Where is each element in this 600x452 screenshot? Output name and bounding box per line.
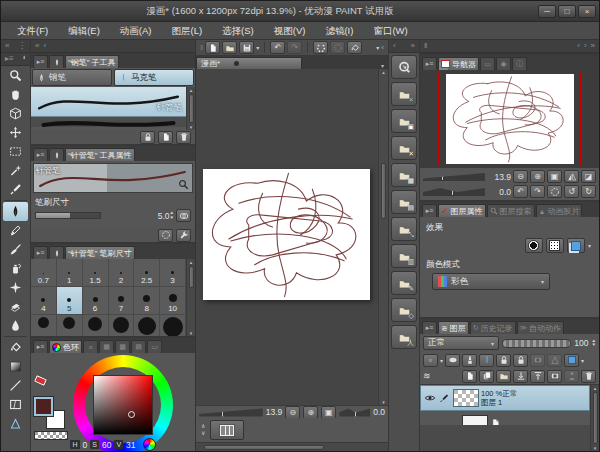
lock-layer-icon[interactable]: [496, 354, 511, 367]
size-cell[interactable]: 0.7: [31, 259, 57, 287]
maximize-button[interactable]: □: [558, 5, 576, 18]
material-3d-button[interactable]: ◇: [391, 298, 417, 322]
sv-cursor[interactable]: [128, 411, 135, 418]
prev-page-icon[interactable]: ∧: [201, 423, 205, 430]
material-color-button[interactable]: ✕: [391, 82, 417, 106]
expand-icon[interactable]: »: [591, 40, 595, 52]
menu-file[interactable]: 文件(F): [7, 22, 58, 39]
wrench-icon[interactable]: [176, 229, 191, 242]
material-transform-button[interactable]: ⤡: [391, 217, 417, 241]
subtool-group-pen[interactable]: 钢笔: [32, 69, 112, 86]
prev-icon[interactable]: ‹: [381, 43, 384, 52]
tool-decoration[interactable]: [1, 278, 30, 297]
size-cell[interactable]: 1.5: [83, 259, 109, 287]
reset-icon[interactable]: [158, 229, 173, 242]
prev-icon[interactable]: ‹: [577, 40, 580, 52]
lock-icon[interactable]: [140, 131, 155, 144]
brush-size-source-icon[interactable]: [176, 209, 191, 222]
save-dropdown-icon[interactable]: ▾: [256, 44, 259, 51]
tool-gradient[interactable]: [1, 357, 30, 376]
size-cell[interactable]: [109, 315, 135, 336]
merge-down-icon[interactable]: [530, 370, 545, 383]
chevron-down-icon[interactable]: ▾: [440, 357, 443, 364]
material-image-button[interactable]: ▣: [391, 109, 417, 133]
brush-size-scrollbar[interactable]: ▴▾: [186, 259, 195, 336]
clip-below-icon[interactable]: [445, 354, 460, 367]
canvas-viewport[interactable]: ▴▾: [196, 69, 388, 405]
history-tab[interactable]: ↻历史记录: [470, 321, 516, 334]
collapse-icon[interactable]: «: [35, 40, 39, 52]
subtool-group-marker[interactable]: 马克笔: [114, 69, 194, 86]
auto-action-tab[interactable]: ≫自动动作: [517, 321, 564, 334]
brush-size-slider[interactable]: [35, 212, 101, 219]
hue-cursor[interactable]: [34, 375, 47, 386]
tool-zoom[interactable]: [1, 66, 30, 85]
navigator-rotate-slider[interactable]: [423, 187, 485, 196]
flip-reset-icon[interactable]: ◪: [581, 170, 596, 183]
material-pose-button[interactable]: 人: [391, 325, 417, 349]
tool-eyedropper[interactable]: [1, 180, 30, 199]
canvas-rotate-slider[interactable]: [339, 408, 370, 417]
enable-mask-icon[interactable]: [530, 354, 545, 367]
quick-zoom-button[interactable]: [391, 55, 417, 79]
size-cell[interactable]: [83, 315, 109, 336]
close-button[interactable]: ×: [578, 5, 596, 18]
tool-property-tab[interactable]: “针管笔” 工具属性: [65, 148, 135, 161]
size-cell[interactable]: [31, 315, 57, 336]
layer-mask-icon[interactable]: [547, 370, 562, 383]
tool-blend[interactable]: [1, 316, 30, 335]
info-tab-icon[interactable]: ⓘ: [512, 57, 527, 70]
layer-row-paper[interactable]: [420, 411, 590, 425]
tool-frame[interactable]: [1, 395, 30, 414]
menu-filter[interactable]: 滤镜(I): [315, 22, 363, 39]
zoom-out-icon[interactable]: ⊖: [513, 170, 528, 183]
material-picture-button[interactable]: ▥: [391, 244, 417, 268]
color-wheel-toggle-icon[interactable]: [143, 438, 156, 451]
layer-row-selected[interactable]: 100 %正常 图层 1: [420, 385, 590, 411]
next-icon[interactable]: ›: [584, 40, 587, 52]
tool-pencil[interactable]: [1, 221, 30, 240]
layer-property-tab[interactable]: ✓图层属性: [438, 204, 486, 217]
subtool-panel-tab[interactable]: “钢笔” 子工具: [65, 55, 119, 68]
color-wheel-tab[interactable]: 色环: [49, 340, 82, 353]
brush-size-value[interactable]: 5.0: [158, 211, 170, 221]
layer-name[interactable]: 图层 1: [481, 398, 517, 407]
size-cell[interactable]: 7: [109, 287, 135, 315]
tone-effect-icon[interactable]: [546, 238, 564, 253]
new-file-icon[interactable]: [205, 41, 220, 54]
preview-zoom-icon[interactable]: [178, 179, 189, 190]
size-cell[interactable]: 4: [31, 287, 57, 315]
navigator-tab[interactable]: 导航器: [438, 57, 479, 70]
menu-animation[interactable]: 动画(A): [110, 22, 162, 39]
zoom-out-icon[interactable]: ⊖: [285, 406, 300, 419]
layer-opacity-slider[interactable]: [502, 339, 571, 348]
tab-list-dropdown-icon[interactable]: ▾: [377, 62, 388, 69]
size-cell[interactable]: 2: [109, 259, 135, 287]
tool-fill[interactable]: [1, 338, 30, 357]
subview-tab-icon[interactable]: ▭: [480, 57, 495, 70]
panel-menu-icon[interactable]: ▸≡: [33, 340, 48, 353]
rotate-left-icon[interactable]: ↶: [513, 185, 528, 198]
redo-icon[interactable]: ↷: [287, 41, 302, 54]
tool-eraser[interactable]: [1, 297, 30, 316]
size-cell[interactable]: [134, 315, 160, 336]
panel-menu-icon[interactable]: ▸≡: [422, 204, 437, 217]
rotate-right-step-icon[interactable]: ↻: [581, 185, 596, 198]
layer-tab[interactable]: ≋图层: [438, 321, 469, 334]
tool-pen[interactable]: [3, 202, 28, 221]
color-set-tab-icon[interactable]: ▤: [131, 340, 146, 353]
border-effect-icon[interactable]: [525, 238, 543, 253]
new-folder-icon[interactable]: [496, 370, 511, 383]
panel-menu-icon[interactable]: ▸≡: [33, 55, 48, 68]
effect-dropdown-icon[interactable]: ▾: [588, 242, 591, 249]
subtool-item-partial[interactable]: [31, 117, 186, 127]
rotate-reset-icon[interactable]: [547, 185, 562, 198]
saturation-value-square[interactable]: [93, 375, 153, 435]
title-bar[interactable]: 漫画* (1600 x 1200px 72dpi 13.9%) - 优动漫 PA…: [1, 1, 599, 22]
trash-icon[interactable]: [176, 131, 191, 144]
page-thumbnail-button[interactable]: [210, 420, 244, 440]
flip-horizontal-icon[interactable]: [564, 170, 579, 183]
layer-list-scrollbar[interactable]: ▴▾: [590, 385, 599, 451]
canvas-hscrollbar[interactable]: [196, 442, 388, 451]
panel-menu-icon[interactable]: ▸≡: [33, 246, 48, 259]
